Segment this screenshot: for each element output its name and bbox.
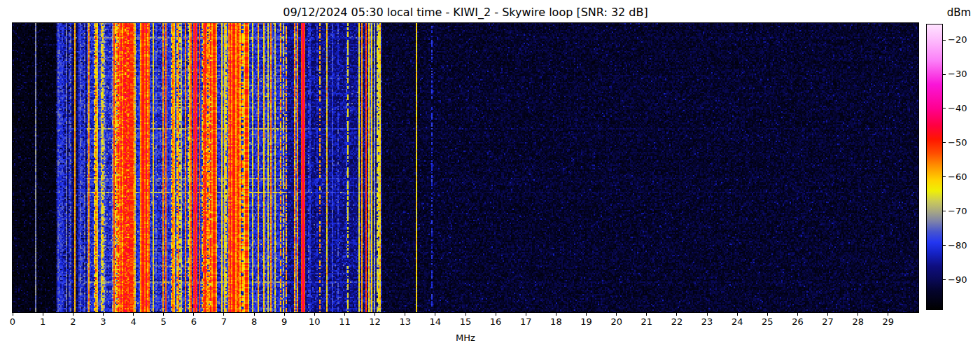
x-tick-label: 24 (727, 316, 748, 327)
x-tick-label: 19 (576, 316, 597, 327)
x-tick (616, 313, 617, 316)
x-tick (556, 313, 556, 316)
x-tick (435, 313, 435, 316)
colorbar-gradient (927, 24, 942, 309)
x-tick (344, 313, 345, 316)
x-tick (737, 313, 738, 316)
x-tick (767, 313, 768, 316)
x-axis-label: MHz (13, 332, 918, 343)
colorbar-tick (943, 108, 946, 108)
x-tick (888, 313, 888, 316)
colorbar-tick-label: −30 (948, 69, 967, 80)
x-tick (223, 313, 224, 316)
x-tick-label: 2 (62, 316, 83, 327)
x-tick-label: 0 (2, 316, 23, 327)
x-tick (496, 313, 496, 316)
x-tick (13, 313, 13, 316)
x-tick-label: 20 (606, 316, 627, 327)
spectrogram-figure: 09/12/2024 05:30 local time - KIWI_2 - S… (0, 0, 980, 350)
colorbar-tick-label: −70 (948, 206, 967, 217)
x-tick-label: 10 (304, 316, 325, 327)
x-tick-label: 25 (757, 316, 778, 327)
colorbar-tick (943, 211, 946, 211)
x-tick (858, 313, 858, 316)
x-tick-label: 27 (818, 316, 839, 327)
colorbar (926, 24, 943, 310)
x-tick (797, 313, 798, 316)
x-tick (586, 313, 587, 316)
x-tick-label: 3 (92, 316, 113, 327)
colorbar-tick (943, 279, 946, 280)
colorbar-tick (943, 142, 946, 143)
x-tick (314, 313, 315, 316)
x-tick (254, 313, 255, 316)
x-tick (163, 313, 164, 316)
colorbar-unit-label: dBm (943, 6, 975, 19)
x-tick (43, 313, 43, 316)
x-tick-label: 13 (395, 316, 416, 327)
x-tick (646, 313, 647, 316)
x-tick-label: 12 (365, 316, 386, 327)
x-tick-label: 8 (244, 316, 265, 327)
colorbar-tick-label: −40 (948, 103, 967, 114)
x-tick-label: 5 (153, 316, 174, 327)
colorbar-tick-label: −50 (948, 137, 967, 148)
colorbar-tick (943, 40, 946, 41)
colorbar-tick-label: −80 (948, 240, 967, 251)
x-tick (707, 313, 708, 316)
x-tick-label: 15 (455, 316, 476, 327)
x-tick-label: 6 (183, 316, 204, 327)
x-tick (73, 313, 74, 316)
x-tick (405, 313, 405, 316)
x-tick-label: 29 (878, 316, 899, 327)
x-tick-label: 11 (334, 316, 355, 327)
x-tick-label: 4 (123, 316, 144, 327)
colorbar-tick (943, 245, 946, 246)
x-tick (374, 313, 375, 316)
x-tick (133, 313, 134, 316)
x-tick-label: 16 (485, 316, 506, 327)
colorbar-tick (943, 176, 946, 177)
plot-title: 09/12/2024 05:30 local time - KIWI_2 - S… (13, 6, 918, 19)
waterfall-plot-area (12, 22, 919, 313)
x-tick (526, 313, 526, 316)
x-tick-label: 7 (214, 316, 234, 327)
colorbar-tick-label: −90 (948, 274, 967, 286)
colorbar-tick-label: −20 (948, 34, 967, 46)
x-tick-label: 23 (696, 316, 718, 327)
x-tick-label: 22 (666, 316, 687, 327)
x-tick-label: 21 (636, 316, 657, 327)
colorbar-tick (943, 74, 946, 75)
x-tick (103, 313, 104, 316)
x-tick-label: 17 (515, 316, 536, 327)
colorbar-tick-label: −60 (948, 172, 967, 183)
x-tick-label: 14 (425, 316, 446, 327)
x-tick (676, 313, 677, 316)
x-tick (465, 313, 466, 316)
x-tick-label: 28 (848, 316, 869, 327)
x-tick (193, 313, 194, 316)
x-tick (827, 313, 828, 316)
x-tick-label: 1 (32, 316, 53, 327)
x-tick (284, 313, 285, 316)
x-tick-label: 26 (787, 316, 808, 327)
waterfall-canvas (13, 23, 918, 312)
x-tick-label: 18 (545, 316, 566, 327)
x-tick-label: 9 (274, 316, 295, 327)
